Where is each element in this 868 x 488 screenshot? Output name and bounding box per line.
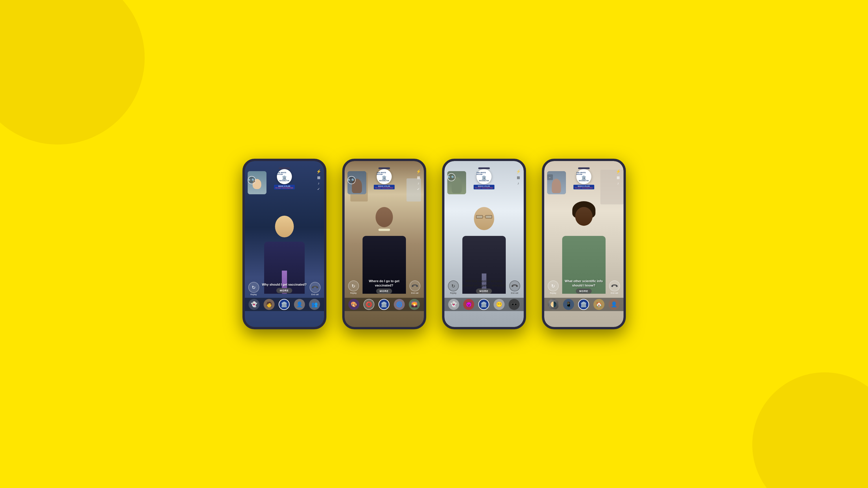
- phone3-question-text: Will this vaccine actually protect me ag…: [461, 279, 507, 287]
- phone1-lens-2[interactable]: 🧑: [264, 299, 275, 310]
- phone4-lens-2[interactable]: 📱: [563, 299, 574, 310]
- phone1-lens-4[interactable]: 👤: [294, 299, 305, 310]
- phone3-right-icons: ⚡ ▦ ♪: [516, 169, 521, 185]
- phone4-back-icon[interactable]: ←: [547, 174, 553, 180]
- phone3-more-btn[interactable]: MORE: [476, 289, 492, 294]
- phone3-lens-3[interactable]: 🏛️: [478, 299, 489, 310]
- phone1-lens-5[interactable]: 👥: [309, 299, 320, 310]
- phone4-wh-logo: THE WHITE HOUSE 🏛️ WASHINGTON MAKE A PLA…: [573, 169, 594, 189]
- phone4-question-bar: ↻ Replay What other scientific info shou…: [544, 279, 623, 295]
- phone2-replay-btn[interactable]: ↻ Replay: [348, 281, 359, 294]
- phone1-right-icons: ⚡ ▦ ♪ ✓: [316, 169, 321, 191]
- phone2-lens-5[interactable]: 🌄: [409, 299, 420, 310]
- phone2-lens-2[interactable]: ⭕: [363, 299, 374, 310]
- phone1-wh-logo-circle: THE WHITE HOUSE 🏛️ WASHINGTON: [277, 169, 292, 184]
- phone4-lens-1[interactable]: 🌗: [548, 299, 559, 310]
- phone2-right-icons: ⚡ ▦ ♪ ✓: [416, 169, 421, 191]
- phone4-question-text: What other scientific info should I know…: [561, 279, 607, 287]
- phone2-lens-4[interactable]: 🌀: [394, 299, 405, 310]
- phone1-replay-btn[interactable]: ↻ Replay: [248, 282, 259, 295]
- phone2-search-icon[interactable]: 🔍: [347, 176, 355, 184]
- phone3-end-call-btn[interactable]: 📞 End call: [509, 281, 520, 294]
- phone3-lens-2[interactable]: 😈: [463, 299, 474, 310]
- phone1-question-text: Why should I get vaccinated?: [261, 283, 307, 287]
- phone2-lens-1[interactable]: 🎨: [348, 299, 359, 310]
- phone4-right-icons: ⚡ ▦ ♪: [616, 169, 621, 185]
- phone4-end-call-btn[interactable]: 📞 End call: [609, 281, 620, 294]
- phone2-lens-3[interactable]: 🏛️: [378, 299, 390, 310]
- phone3-lens-5[interactable]: 🕶️: [509, 299, 520, 310]
- phone4-bottom-controls: ↻ Replay What other scientific info shou…: [544, 279, 623, 311]
- phone3-question-bar: ↻ Replay Will this vaccine actually prot…: [444, 279, 524, 295]
- phone-1: 🔍 ⚡ ▦ ♪ ✓ THE WHITE HOUSE 🏛️ WASHINGTON: [243, 159, 327, 329]
- phone4-wh-logo-circle: THE WHITE HOUSE 🏛️ WASHINGTON: [576, 169, 591, 184]
- phone3-lens-1[interactable]: 👻: [448, 299, 459, 310]
- phone2-bottom-controls: ↻ Replay Where do I go to get vaccinated…: [345, 279, 424, 311]
- phone4-lens-5[interactable]: 👤: [609, 299, 619, 310]
- phone-4: ← 🔍 ⚡ ▦ ♪ THE WHITE HOUSE 🏛️ WASHIN: [542, 159, 626, 329]
- phone-2: 🔍 ⚡ ▦ ♪ ✓ THE WHITE HOUSE 🏛️ WASHINGTON: [342, 159, 426, 329]
- phone1-wh-logo: THE WHITE HOUSE 🏛️ WASHINGTON MAKE A PLA…: [274, 169, 294, 189]
- phone3-lens-bar: 👻 😈 🏛️ 😶 🕶️: [444, 298, 524, 311]
- phone4-make-plan-badge: MAKE A PLANTO GET VACCINATED: [573, 185, 594, 189]
- phone4-replay-btn[interactable]: ↻ Replay: [548, 281, 559, 294]
- phone1-lens-bar: 👻 🧑 🏛️ 👤 👥: [245, 298, 324, 311]
- phone3-bottom-controls: ↻ Replay Will this vaccine actually prot…: [444, 279, 524, 311]
- phone4-lens-3[interactable]: 🏛️: [578, 299, 589, 310]
- phone2-lens-bar: 🎨 ⭕ 🏛️ 🌀 🌄: [345, 298, 424, 311]
- phone1-lens-3[interactable]: 🏛️: [279, 299, 290, 310]
- phone2-wh-logo-circle: THE WHITE HOUSE 🏛️ WASHINGTON: [377, 169, 392, 184]
- phone3-wh-logo: THE WHITE HOUSE 🏛️ WASHINGTON MAKE A PLA…: [473, 169, 494, 189]
- phone1-more-btn[interactable]: MORE: [276, 288, 292, 293]
- phone4-lens-bar: 🌗 📱 🏛️ 🏠 👤: [544, 298, 623, 311]
- phone3-lens-4[interactable]: 😶: [494, 299, 505, 310]
- phone4-more-btn[interactable]: MORE: [576, 289, 592, 294]
- phone1-end-call-btn[interactable]: 📞 End call: [310, 282, 320, 295]
- phone2-more-btn[interactable]: MORE: [376, 289, 392, 294]
- phone2-wh-logo: THE WHITE HOUSE 🏛️ WASHINGTON MAKE A PLA…: [374, 169, 394, 189]
- phone4-lens-4[interactable]: 🏠: [593, 299, 604, 310]
- phone2-make-plan-badge: MAKE A PLANTO GET VACCINATED: [374, 185, 394, 189]
- phone2-question-text: Where do I go to get vaccinated?: [361, 279, 407, 287]
- phone3-make-plan-badge: MAKE A PLANTO GET VACCINATED: [473, 185, 494, 189]
- phone1-bottom-controls: ↻ Replay Why should I get vaccinated? MO…: [245, 282, 324, 311]
- phone-3: 🔍 ⚡ ▦ ♪ THE WHITE HOUSE 🏛️ WASHINGTON: [442, 159, 526, 329]
- phone1-lens-1[interactable]: 👻: [249, 299, 259, 310]
- phone1-question-bar: ↻ Replay Why should I get vaccinated? MO…: [245, 282, 324, 295]
- phones-container: 🔍 ⚡ ▦ ♪ ✓ THE WHITE HOUSE 🏛️ WASHINGTON: [243, 159, 626, 329]
- phone3-search-icon[interactable]: 🔍: [447, 173, 456, 181]
- phone1-search-icon[interactable]: 🔍: [248, 176, 256, 184]
- phone3-replay-btn[interactable]: ↻ Replay: [448, 281, 459, 294]
- phone1-make-plan-badge: MAKE A PLANTO GET VACCINATED: [274, 185, 294, 189]
- phone3-wh-logo-circle: THE WHITE HOUSE 🏛️ WASHINGTON: [476, 169, 492, 184]
- phone2-question-bar: ↻ Replay Where do I go to get vaccinated…: [345, 279, 424, 295]
- phone2-end-call-btn[interactable]: 📞 End call: [409, 281, 421, 294]
